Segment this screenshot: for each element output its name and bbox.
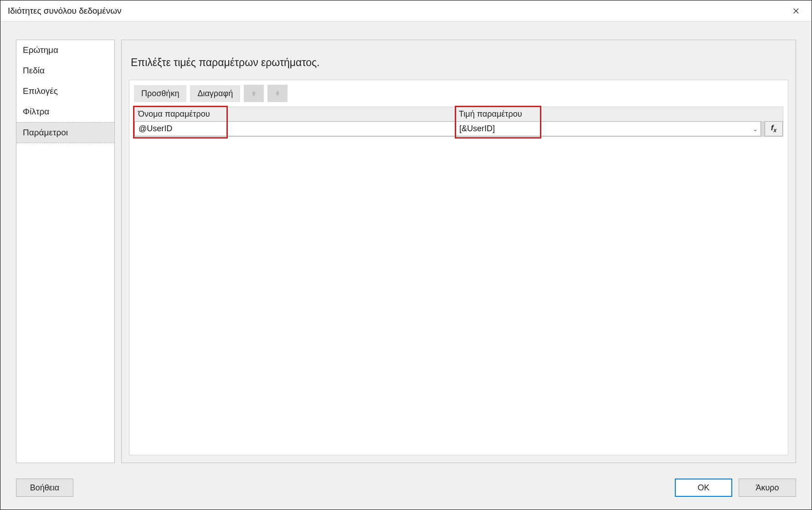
- nav-item-options[interactable]: Επιλογές: [16, 81, 114, 102]
- nav-item-parameters[interactable]: Παράμετροι: [16, 122, 114, 143]
- value-wrap: [&UserID] ⌄ fx: [455, 121, 783, 136]
- param-value-cell[interactable]: [&UserID] ⌄: [455, 121, 761, 136]
- nav-filler: [16, 143, 114, 463]
- grid-header-name[interactable]: Όνομα παραμέτρου: [134, 107, 455, 121]
- nav-panel: Ερώτημα Πεδία Επιλογές Φίλτρα Παράμετροι: [16, 40, 115, 463]
- expression-button[interactable]: fx: [765, 121, 783, 136]
- parameters-grid: Όνομα παραμέτρου Τιμή παραμέτρου @UserID…: [134, 107, 783, 137]
- chevron-down-icon: ⌄: [753, 125, 758, 132]
- ok-button[interactable]: OK: [675, 479, 732, 497]
- dialog-title: Ιδιότητες συνόλου δεδομένων: [8, 6, 122, 16]
- move-up-button[interactable]: [244, 85, 264, 102]
- footer-right: OK Άκυρο: [675, 479, 796, 497]
- nav-item-filters[interactable]: Φίλτρα: [16, 102, 114, 122]
- nav-item-query[interactable]: Ερώτημα: [16, 40, 114, 61]
- dataset-properties-dialog: Ιδιότητες συνόλου δεδομένων Ερώτημα Πεδί…: [0, 0, 812, 510]
- grid-container: Προσθήκη Διαγραφή: [129, 80, 788, 455]
- grid-header-row: Όνομα παραμέτρου Τιμή παραμέτρου: [134, 107, 783, 121]
- titlebar: Ιδιότητες συνόλου δεδομένων: [0, 0, 812, 21]
- help-button[interactable]: Βοήθεια: [16, 479, 73, 497]
- nav-item-fields[interactable]: Πεδία: [16, 61, 114, 81]
- content-panel: Επιλέξτε τιμές παραμέτρων ερωτήματος. Πρ…: [121, 40, 796, 463]
- close-icon: [793, 8, 799, 14]
- cancel-button[interactable]: Άκυρο: [739, 479, 796, 497]
- content-heading: Επιλέξτε τιμές παραμέτρων ερωτήματος.: [122, 40, 796, 80]
- arrow-down-icon: [274, 90, 281, 97]
- grid-empty-area: [134, 137, 783, 450]
- param-name-cell[interactable]: @UserID: [134, 121, 455, 136]
- delete-button[interactable]: Διαγραφή: [190, 85, 240, 102]
- add-button[interactable]: Προσθήκη: [134, 85, 186, 102]
- dialog-body: Ερώτημα Πεδία Επιλογές Φίλτρα Παράμετροι…: [0, 21, 812, 472]
- move-down-button[interactable]: [267, 85, 288, 102]
- dialog-footer: Βοήθεια OK Άκυρο: [0, 472, 812, 510]
- arrow-up-icon: [250, 90, 257, 97]
- close-button[interactable]: [788, 3, 804, 19]
- grid-toolbar: Προσθήκη Διαγραφή: [134, 85, 783, 102]
- param-value-text: [&UserID]: [459, 124, 495, 134]
- grid-row: @UserID [&UserID] ⌄ fx: [134, 121, 783, 137]
- grid-header-value[interactable]: Τιμή παραμέτρου: [455, 107, 783, 121]
- footer-left: Βοήθεια: [16, 479, 73, 497]
- fx-label: fx: [771, 124, 776, 134]
